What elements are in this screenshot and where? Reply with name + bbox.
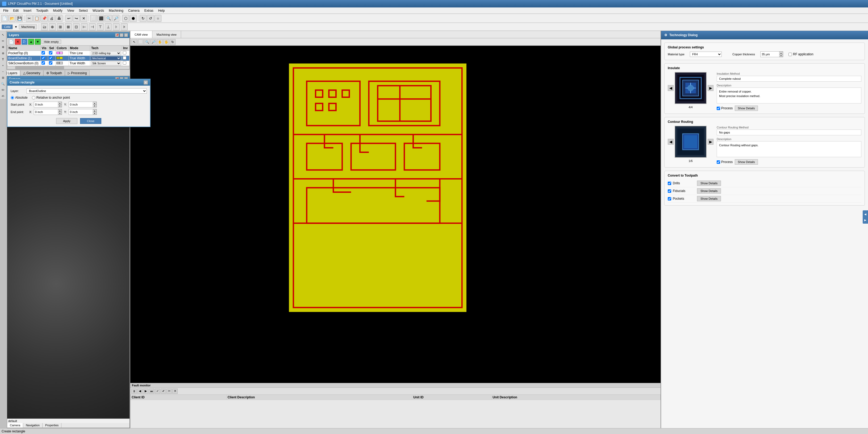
material-select[interactable]: FR4 (690, 52, 722, 57)
ly-delete[interactable]: ✕ (15, 39, 21, 45)
vt-marquee[interactable]: ⬜ (138, 39, 144, 45)
cam-tool3[interactable]: ⊞ (57, 23, 64, 30)
contour-show-details-btn[interactable]: Show Details (735, 159, 757, 165)
menu-file[interactable]: File (1, 8, 10, 13)
vt-pan2[interactable]: 🖐 (163, 39, 169, 45)
lt-plus[interactable]: + (0, 62, 6, 68)
panel-close[interactable]: × (124, 33, 128, 37)
insulate-process-check-label[interactable]: Process (717, 106, 733, 110)
end-y-down[interactable]: ▼ (93, 112, 96, 115)
row-inv[interactable] (122, 61, 129, 66)
table-row[interactable]: PocketTop (0) Thin Line 2.5D milling top (7, 51, 129, 56)
fm-play[interactable]: ▶ (143, 389, 148, 394)
rotate2-btn[interactable]: ↺ (147, 15, 154, 22)
open-btn[interactable]: 📂 (8, 15, 16, 22)
tech-select[interactable]: Mechanical (91, 56, 121, 60)
apply-btn[interactable]: Apply (56, 118, 78, 124)
ly-new[interactable]: 📄 (8, 39, 14, 45)
cam-tool6[interactable]: ⊢ (81, 23, 88, 30)
vt-rotate[interactable]: ↻ (170, 39, 176, 45)
end-x-down[interactable]: ▼ (58, 112, 62, 115)
hide-empty-btn[interactable]: Hide empty (41, 40, 61, 44)
edge-btn2[interactable]: ▶ (863, 217, 868, 223)
close-btn[interactable]: Close (80, 118, 101, 124)
print2-btn[interactable]: 🖶 (56, 15, 62, 22)
cam-tool1[interactable]: 🗂 (41, 23, 48, 30)
vt-zoom-box[interactable]: 🔍 (144, 39, 150, 45)
edge-btn1[interactable]: ◀ (863, 211, 868, 217)
lt-minus[interactable]: − (0, 69, 6, 74)
row-vis[interactable] (41, 51, 48, 56)
cam-tool7[interactable]: ⊣ (89, 23, 96, 30)
menu-edit[interactable]: Edit (11, 8, 21, 13)
menu-toolpath[interactable]: Toolpath (34, 8, 50, 13)
end-y-up[interactable]: ▲ (93, 109, 96, 112)
fiducials-checkbox[interactable] (668, 189, 671, 193)
table-row[interactable]: BoardOutline (1) True Width Mechanical (7, 56, 129, 61)
start-x-up[interactable]: ▲ (58, 102, 62, 104)
select2-btn[interactable]: ⬛ (98, 15, 104, 22)
start-y-input[interactable] (69, 102, 93, 107)
pockets-checkbox[interactable] (668, 197, 671, 200)
insulate-show-details-btn[interactable]: Show Details (735, 105, 757, 111)
abs-radio-label[interactable]: Absolute (11, 96, 28, 99)
row-vis[interactable] (41, 56, 48, 61)
copper-down[interactable]: ▼ (779, 54, 783, 57)
menu-modify[interactable]: Modify (51, 8, 64, 13)
vt-zoom-fit[interactable]: 🔎 (151, 39, 156, 45)
cam-tool4[interactable]: ⊠ (65, 23, 72, 30)
abs-radio[interactable] (11, 96, 14, 99)
end-x-up[interactable]: ▲ (58, 109, 62, 112)
insulate-process-checkbox[interactable] (717, 106, 720, 110)
shape1-btn[interactable]: ⬡ (122, 15, 129, 22)
menu-machining[interactable]: Machining (106, 8, 126, 13)
contour-process-check-label[interactable]: Process (717, 160, 733, 164)
rf-checkbox[interactable] (788, 53, 792, 56)
menu-extras[interactable]: Extras (142, 8, 156, 13)
table-row[interactable]: SilkScreenBottom (0) True Width Silk Scr… (7, 61, 129, 66)
cam-tool11[interactable]: ⊧ (121, 23, 128, 30)
delete-btn[interactable]: ✕ (80, 15, 87, 22)
panel-pin[interactable]: 📌 (115, 33, 119, 37)
fm-ok[interactable]: ✓ (155, 389, 160, 394)
ly-sort-az[interactable]: Z↑ (22, 39, 27, 45)
tech-select[interactable]: Silk Screen (91, 61, 121, 65)
machining-label[interactable]: Machining (19, 25, 37, 29)
zoom-fit-btn[interactable]: 🔎 (113, 15, 119, 22)
contour-process-checkbox[interactable] (717, 160, 720, 164)
fm-prev[interactable]: ◀ (137, 389, 143, 394)
lt-cursor[interactable]: ↖ (0, 32, 6, 38)
stab-properties[interactable]: Properties (42, 423, 61, 428)
rel-radio-label[interactable]: Relative to anchor point (32, 96, 70, 99)
menu-view[interactable]: View (65, 8, 76, 13)
zoom-in-btn[interactable]: 🔍 (105, 15, 112, 22)
lt-90[interactable]: 90 (0, 87, 6, 93)
row-sel[interactable] (48, 61, 56, 66)
row-sel[interactable] (48, 51, 56, 56)
row-vis[interactable] (41, 61, 48, 66)
select1-btn[interactable]: ⬜ (90, 15, 97, 22)
tab-machining-view[interactable]: Machining view (152, 31, 181, 38)
tech-select[interactable]: 2.5D milling top (91, 51, 121, 55)
menu-help[interactable]: Help (156, 8, 167, 13)
cut-btn[interactable]: ✂ (26, 15, 33, 22)
rel-radio[interactable] (32, 96, 35, 99)
row-inv[interactable] (122, 51, 129, 56)
lt-transform[interactable]: ⊕ (0, 50, 6, 56)
ly-down[interactable]: ▼ (35, 39, 41, 45)
lt-45[interactable]: 45 (0, 93, 6, 99)
vt-select[interactable]: ↖ (131, 39, 137, 45)
drills-checkbox[interactable] (668, 182, 671, 185)
rf-check-label[interactable]: RF application (788, 52, 813, 56)
fiducials-check-label[interactable]: Fiducials (668, 189, 694, 193)
end-x-input[interactable] (34, 109, 58, 115)
tab-cam-view[interactable]: CAM view (130, 31, 152, 38)
fiducials-show-btn[interactable]: Show Details (697, 188, 721, 194)
fm-pause[interactable]: ⏸ (131, 389, 137, 394)
cam-tool10[interactable]: ⊦ (113, 23, 120, 30)
stab-navigation[interactable]: Navigation (23, 423, 42, 428)
print-btn[interactable]: 🖨 (48, 15, 55, 22)
fm-cut[interactable]: ✂ (166, 389, 172, 394)
new-btn[interactable]: 📄 (1, 15, 8, 22)
rotate-btn[interactable]: ↻ (140, 15, 147, 22)
